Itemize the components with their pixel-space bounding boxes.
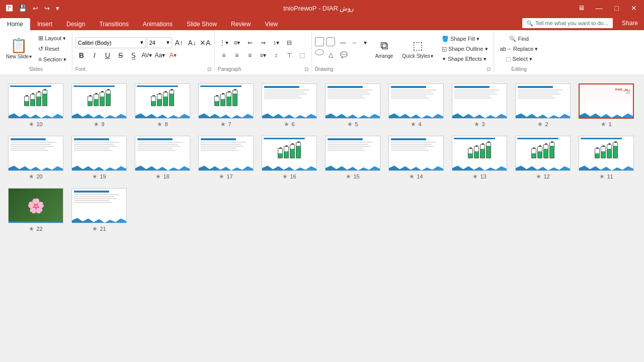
star-icon: ★ <box>29 173 34 180</box>
shape-fill-button[interactable]: 🪣 Shape Fill ▾ <box>439 35 491 43</box>
customize-icon[interactable]: ▾ <box>54 4 61 13</box>
slide-item-6[interactable]: ★ 6 <box>262 83 317 128</box>
shape-rect[interactable] <box>315 37 324 46</box>
numbering-button[interactable]: ≡▾ <box>231 37 243 48</box>
tab-transitions[interactable]: Transitions <box>92 18 135 30</box>
text-shadow-button[interactable]: S̲ <box>128 50 140 61</box>
slide-number: 20 <box>36 173 42 179</box>
smart-art-button[interactable]: ⬚ <box>296 50 308 61</box>
find-button[interactable]: 🔍 Find <box>507 35 531 43</box>
slide-item-4[interactable]: ★ 4 <box>388 83 444 128</box>
select-button[interactable]: ⬚ Select ▾ <box>503 55 535 63</box>
search-ribbon[interactable]: 🔍 Tell me what you want to do... <box>522 18 613 28</box>
share-button[interactable]: Share <box>616 17 644 29</box>
slide-info-3: ★ 3 <box>474 121 485 128</box>
underline-button[interactable]: U <box>102 50 114 61</box>
slide-item-9[interactable]: ★ 9 <box>71 83 127 128</box>
align-center-button[interactable]: ≡ <box>231 50 243 61</box>
align-left-button[interactable]: ≡ <box>218 50 230 61</box>
minimize-button[interactable]: — <box>593 3 606 13</box>
tab-slideshow[interactable]: Slide Show <box>180 18 224 30</box>
shape-more[interactable]: ▾ <box>359 37 371 48</box>
shape-oval[interactable] <box>315 49 324 55</box>
arrange-button[interactable]: ⧉ Arrange <box>372 38 396 60</box>
reset-button[interactable]: ↺ Reset <box>36 44 69 53</box>
bullets-button[interactable]: ⋮▾ <box>218 37 230 48</box>
clear-format-button[interactable]: ✕A <box>199 37 211 48</box>
close-button[interactable]: ✕ <box>628 3 640 13</box>
arrange-icon: ⧉ <box>380 39 388 52</box>
shape-outline-button[interactable]: ◱ Shape Outline ▾ <box>439 45 491 53</box>
slide-item-5[interactable]: ★ 5 <box>325 83 380 128</box>
slide-item-10[interactable]: ★ 10 <box>8 83 63 128</box>
slide-item-17[interactable]: ★ 17 <box>198 136 254 180</box>
increase-indent-button[interactable]: ⇒ <box>257 37 269 48</box>
char-spacing-button[interactable]: AV▾ <box>141 50 153 61</box>
decrease-font-button[interactable]: A↓ <box>186 37 198 48</box>
shape-arrow[interactable]: → <box>348 37 360 48</box>
slide-item-13[interactable]: ★ 13 <box>452 136 507 180</box>
vertical-align-button[interactable]: ⊤ <box>283 50 295 61</box>
slide-item-21[interactable]: ★ 21 <box>71 188 127 232</box>
slide-item-16[interactable]: ★ 16 <box>262 136 317 180</box>
slide-item-22[interactable]: 🌸 ★ 22 <box>8 188 63 232</box>
drawing-dialog-launcher[interactable]: ⊡ <box>487 66 491 72</box>
slide-item-18[interactable]: ★ 18 <box>135 136 190 180</box>
bold-button[interactable]: B <box>75 50 88 61</box>
slide-number: 13 <box>480 173 486 179</box>
tab-insert[interactable]: Insert <box>30 18 59 30</box>
shapes-grid: — → ▾ <box>315 37 369 48</box>
quick-styles-button[interactable]: ⬚ Quick Styles▾ <box>399 38 436 60</box>
italic-button[interactable]: I <box>89 50 101 61</box>
font-family-combo[interactable]: Calibri (Body) ▾ <box>75 37 146 48</box>
tab-design[interactable]: Design <box>59 18 92 30</box>
tab-review[interactable]: Review <box>224 18 258 30</box>
slide-item-2[interactable]: ★ 2 <box>515 83 571 128</box>
increase-font-button[interactable]: A↑ <box>173 37 185 48</box>
slide-item-3[interactable]: ★ 3 <box>452 83 507 128</box>
layout-button[interactable]: ⊞ Layout ▾ <box>36 34 69 43</box>
font-color-button[interactable]: A▾ <box>167 50 179 61</box>
slide-item-19[interactable]: ★ 19 <box>71 136 127 180</box>
decrease-indent-button[interactable]: ⇐ <box>244 37 256 48</box>
editing-group-content: 🔍 Find ab→ Replace ▾ ⬚ Select ▾ <box>497 32 541 65</box>
section-button[interactable]: ≡ Section ▾ <box>36 55 69 64</box>
slide-item-8[interactable]: ★ 8 <box>135 83 190 128</box>
shape-line[interactable]: — <box>337 37 349 48</box>
tab-animations[interactable]: Animations <box>136 18 180 30</box>
font-size-change-button[interactable]: Aa▾ <box>154 50 166 61</box>
align-right-button[interactable]: ≡ <box>244 50 256 61</box>
shape-rounded[interactable] <box>326 37 335 46</box>
shape-callout[interactable]: 💬 <box>338 49 350 60</box>
slide-thumb-19 <box>71 136 127 171</box>
maximize-button[interactable]: □ <box>612 3 622 13</box>
slide-number: 22 <box>36 226 42 232</box>
font-size-combo[interactable]: 24 ▾ <box>147 37 172 48</box>
slide-item-11[interactable]: ★ 11 <box>579 136 634 180</box>
text-direction-button[interactable]: ↕ <box>270 50 282 61</box>
strikethrough-button[interactable]: S <box>115 50 127 61</box>
slide-item-15[interactable]: ★ 15 <box>325 136 380 180</box>
slide-item-1[interactable]: روش RAID ارائه ★ 1 <box>579 83 634 128</box>
shape-triangle[interactable]: △ <box>325 49 337 60</box>
slide-info-14: ★ 14 <box>409 173 423 180</box>
slide-thumb-7 <box>198 83 254 119</box>
replace-button[interactable]: ab→ Replace ▾ <box>498 45 541 53</box>
redo-icon[interactable]: ↪ <box>42 4 52 13</box>
slide-item-14[interactable]: ★ 14 <box>388 136 444 180</box>
columns-button[interactable]: ⊟ <box>283 37 295 48</box>
para-dialog-launcher[interactable]: ⊡ <box>304 66 308 72</box>
shape-effects-button[interactable]: ✦ Shape Effects ▾ <box>439 55 491 63</box>
font-dialog-launcher[interactable]: ⊡ <box>207 66 211 72</box>
tab-view[interactable]: View <box>258 18 285 30</box>
new-slide-button[interactable]: 📋 New Slide▾ <box>3 32 35 65</box>
slide-item-12[interactable]: ★ 12 <box>515 136 571 180</box>
slide-item-20[interactable]: ★ 20 <box>8 136 63 180</box>
line-spacing-button[interactable]: ↕▾ <box>270 37 282 48</box>
tab-home[interactable]: Home <box>0 18 30 30</box>
justify-button[interactable]: ≡▾ <box>257 50 269 61</box>
save-icon[interactable]: 💾 <box>17 4 29 13</box>
star-icon: ★ <box>282 173 288 180</box>
slide-item-7[interactable]: ★ 7 <box>198 83 254 128</box>
undo-icon[interactable]: ↩ <box>31 4 40 13</box>
